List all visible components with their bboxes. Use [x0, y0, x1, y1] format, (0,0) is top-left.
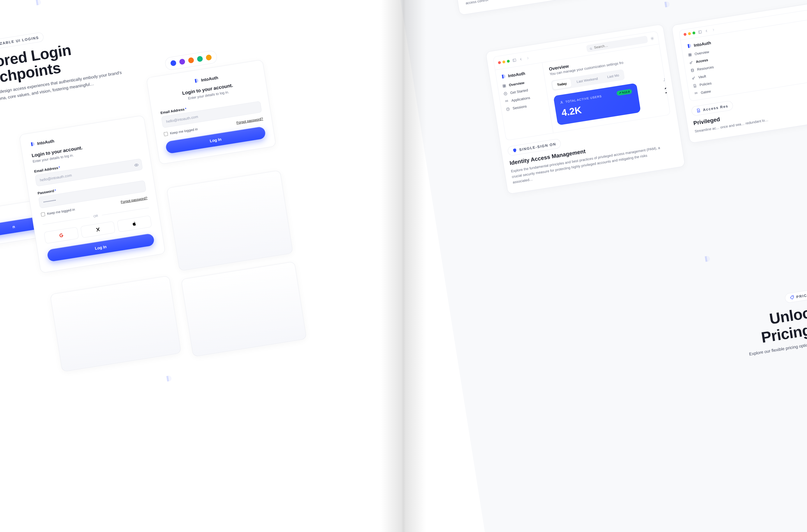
tab-last-month[interactable]: Last Mo [603, 70, 624, 82]
login-card-full: IntoAuth Login to your account. Enter yo… [19, 115, 166, 273]
swatch-green[interactable] [197, 56, 203, 62]
brand-logo-icon [500, 74, 506, 79]
swatch-blue[interactable] [170, 60, 177, 66]
grid-icon [502, 84, 507, 88]
keep-logged-checkbox[interactable]: Keep me logged in [164, 127, 198, 136]
brand-line: IntoAuth [500, 68, 539, 79]
traffic-lights [683, 31, 696, 36]
theme-icon[interactable] [650, 36, 655, 41]
dashboard-preview: IntoAuth Overview Get Started Applicatio… [493, 31, 671, 140]
logo-ghost-icon [703, 255, 711, 263]
chevron-left-icon[interactable] [704, 29, 709, 33]
logo-ghost-icon [34, 0, 42, 6]
chevron-right-icon[interactable] [711, 28, 715, 32]
brand-logo-icon [193, 78, 199, 84]
pricing-hero: PRICING Unlocking Pricing Plans Explore … [705, 276, 807, 363]
swatch-purple[interactable] [179, 58, 185, 65]
clock-icon [506, 107, 510, 111]
forgot-password-link[interactable]: Forgot password? [236, 117, 263, 125]
sidebar-item-sessions[interactable]: Sessions [506, 102, 545, 111]
social-google-button[interactable] [44, 227, 79, 244]
shield-icon [512, 148, 517, 153]
eye-icon[interactable] [134, 163, 139, 168]
sso-showcase-card: IntoAuth Overview Get Started Applicatio… [485, 24, 685, 194]
brand-logo-icon [30, 141, 35, 147]
sidebar-item-applications[interactable]: Applications [505, 94, 543, 103]
logo-ghost-icon [662, 0, 671, 9]
doc-icon [696, 108, 701, 113]
tab-today[interactable]: Today [552, 79, 572, 90]
swatch-orange[interactable] [188, 57, 194, 63]
forgot-password-link[interactable]: Forgot password? [121, 196, 148, 204]
kpi-active-users: TOTAL ACTIVE USERS ↗ %12.8 4.2K [553, 83, 641, 126]
panel-icon[interactable] [512, 58, 517, 62]
dashboard-preview-2: IntoAuth Overview Access Resources Vault… [679, 10, 807, 101]
traffic-lights [498, 60, 510, 64]
swatch-amber[interactable] [206, 54, 212, 61]
pill-pricing: PRICING [784, 288, 807, 303]
kpi-badge: ↗ %12.8 [616, 89, 632, 96]
login-card-compact: IntoAuth Login to your account. Enter yo… [146, 60, 276, 165]
logo-ghost-icon [164, 374, 173, 383]
chevron-left-icon[interactable] [519, 57, 523, 61]
user-icon [560, 100, 564, 104]
feature-card-identity: Identity Access Management Centralized u… [452, 0, 593, 15]
placeholder-card [166, 170, 293, 271]
tag-icon [789, 295, 794, 300]
kpi-partial-value: 1 [664, 85, 670, 95]
search-icon [589, 46, 593, 50]
chevron-right-icon[interactable] [526, 56, 530, 60]
tab-last-weekend[interactable]: Last Weekend [572, 74, 602, 87]
social-apple-button[interactable] [117, 215, 152, 232]
right-showcase-panel: Identity Access Management Centralized u… [415, 0, 807, 532]
hero-block: CUSTOMIZABLE UI LOGINS Tailored Login To… [0, 14, 166, 105]
feature-desc: Centralized user provisioning, de-provis… [463, 0, 584, 6]
pill-access-res: Access Res [691, 100, 734, 116]
placeholder-card [50, 276, 181, 372]
sidebar-item-get-started[interactable]: Get Started [503, 86, 542, 96]
apps-icon [505, 99, 509, 103]
social-x-button[interactable] [80, 221, 115, 238]
sidebar-item-overview[interactable]: Overview [502, 78, 541, 88]
keep-logged-checkbox[interactable]: Keep me logged in [41, 208, 75, 217]
pam-showcase-card: IntoAuth Overview Access Resources Vault… [672, 3, 807, 144]
placeholder-card [181, 262, 307, 357]
partial-user-icon [663, 77, 668, 83]
play-icon [503, 92, 508, 96]
left-showcase-panel: Efficiently … centralized provisioning …… [0, 0, 485, 532]
panel-icon[interactable] [698, 30, 702, 34]
